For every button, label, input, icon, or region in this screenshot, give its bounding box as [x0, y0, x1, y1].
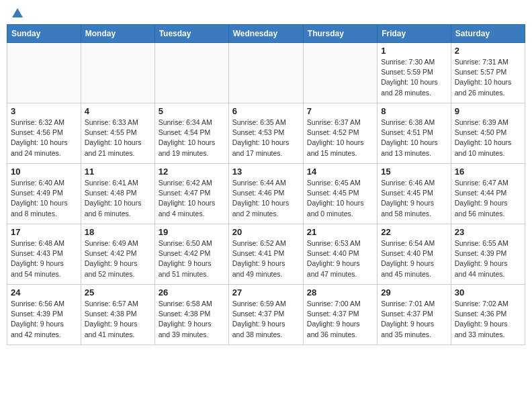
calendar-cell: 17Sunrise: 6:48 AM Sunset: 4:43 PM Dayli… — [7, 224, 81, 285]
day-number: 2 — [455, 46, 521, 56]
calendar-week-1: 1Sunrise: 7:30 AM Sunset: 5:59 PM Daylig… — [7, 43, 525, 103]
calendar-cell: 29Sunrise: 7:01 AM Sunset: 4:37 PM Dayli… — [378, 285, 451, 345]
calendar-cell: 5Sunrise: 6:34 AM Sunset: 4:54 PM Daylig… — [154, 103, 228, 164]
day-number: 23 — [455, 227, 521, 237]
calendar-cell: 13Sunrise: 6:44 AM Sunset: 4:46 PM Dayli… — [228, 164, 303, 224]
calendar-header-tuesday: Tuesday — [154, 25, 228, 43]
calendar-cell: 4Sunrise: 6:33 AM Sunset: 4:55 PM Daylig… — [81, 103, 154, 164]
day-number: 28 — [307, 287, 373, 298]
calendar-cell: 8Sunrise: 6:38 AM Sunset: 4:51 PM Daylig… — [378, 103, 451, 164]
day-number: 10 — [11, 167, 77, 177]
day-info: Sunrise: 6:45 AM Sunset: 4:45 PM Dayligh… — [307, 178, 373, 219]
day-number: 11 — [85, 167, 151, 177]
day-info: Sunrise: 7:00 AM Sunset: 4:37 PM Dayligh… — [307, 299, 373, 340]
calendar-header-sunday: Sunday — [7, 25, 81, 43]
calendar-header-thursday: Thursday — [303, 25, 377, 43]
day-number: 18 — [85, 227, 151, 237]
day-number: 25 — [85, 287, 151, 298]
calendar-cell: 14Sunrise: 6:45 AM Sunset: 4:45 PM Dayli… — [303, 164, 377, 224]
day-number: 5 — [159, 106, 225, 116]
day-info: Sunrise: 6:55 AM Sunset: 4:39 PM Dayligh… — [455, 238, 521, 279]
calendar-table: SundayMondayTuesdayWednesdayThursdayFrid… — [7, 24, 525, 345]
calendar-cell: 10Sunrise: 6:40 AM Sunset: 4:49 PM Dayli… — [7, 164, 81, 224]
day-number: 16 — [455, 167, 521, 177]
logo — [9, 7, 24, 19]
day-info: Sunrise: 6:39 AM Sunset: 4:50 PM Dayligh… — [455, 118, 521, 158]
calendar-cell: 2Sunrise: 7:31 AM Sunset: 5:57 PM Daylig… — [451, 43, 525, 103]
calendar-body: 1Sunrise: 7:30 AM Sunset: 5:59 PM Daylig… — [7, 43, 525, 345]
day-number: 24 — [11, 287, 77, 298]
calendar-cell: 21Sunrise: 6:53 AM Sunset: 4:40 PM Dayli… — [303, 224, 377, 285]
calendar-cell — [7, 43, 81, 103]
calendar-cell: 3Sunrise: 6:32 AM Sunset: 4:56 PM Daylig… — [7, 103, 81, 164]
day-number: 17 — [11, 227, 77, 237]
day-info: Sunrise: 6:34 AM Sunset: 4:54 PM Dayligh… — [159, 118, 225, 158]
calendar-cell: 18Sunrise: 6:49 AM Sunset: 4:42 PM Dayli… — [81, 224, 154, 285]
day-number: 7 — [307, 106, 373, 116]
day-info: Sunrise: 6:53 AM Sunset: 4:40 PM Dayligh… — [307, 238, 373, 279]
calendar-cell — [228, 43, 303, 103]
day-info: Sunrise: 6:49 AM Sunset: 4:42 PM Dayligh… — [85, 238, 151, 279]
calendar-cell: 19Sunrise: 6:50 AM Sunset: 4:42 PM Dayli… — [154, 224, 228, 285]
calendar-cell: 11Sunrise: 6:41 AM Sunset: 4:48 PM Dayli… — [81, 164, 154, 224]
day-info: Sunrise: 6:38 AM Sunset: 4:51 PM Dayligh… — [381, 118, 447, 158]
calendar-cell: 25Sunrise: 6:57 AM Sunset: 4:38 PM Dayli… — [81, 285, 154, 345]
day-number: 13 — [232, 167, 300, 177]
day-number: 30 — [455, 287, 521, 298]
calendar-week-4: 17Sunrise: 6:48 AM Sunset: 4:43 PM Dayli… — [7, 224, 525, 285]
day-number: 6 — [232, 106, 300, 116]
day-info: Sunrise: 7:01 AM Sunset: 4:37 PM Dayligh… — [381, 299, 447, 340]
calendar-cell: 12Sunrise: 6:42 AM Sunset: 4:47 PM Dayli… — [154, 164, 228, 224]
day-info: Sunrise: 6:35 AM Sunset: 4:53 PM Dayligh… — [232, 118, 300, 158]
day-info: Sunrise: 6:54 AM Sunset: 4:40 PM Dayligh… — [381, 238, 447, 279]
day-info: Sunrise: 6:32 AM Sunset: 4:56 PM Dayligh… — [11, 118, 77, 158]
calendar-cell: 28Sunrise: 7:00 AM Sunset: 4:37 PM Dayli… — [303, 285, 377, 345]
day-info: Sunrise: 6:41 AM Sunset: 4:48 PM Dayligh… — [85, 178, 151, 219]
calendar-cell: 7Sunrise: 6:37 AM Sunset: 4:52 PM Daylig… — [303, 103, 377, 164]
calendar-cell: 16Sunrise: 6:47 AM Sunset: 4:44 PM Dayli… — [451, 164, 525, 224]
day-number: 20 — [232, 227, 300, 237]
day-info: Sunrise: 6:48 AM Sunset: 4:43 PM Dayligh… — [11, 238, 77, 279]
day-number: 22 — [381, 227, 447, 237]
day-info: Sunrise: 7:02 AM Sunset: 4:36 PM Dayligh… — [455, 299, 521, 340]
svg-marker-0 — [12, 8, 23, 17]
day-info: Sunrise: 6:52 AM Sunset: 4:41 PM Dayligh… — [232, 238, 300, 279]
day-info: Sunrise: 6:59 AM Sunset: 4:37 PM Dayligh… — [232, 299, 300, 340]
calendar-cell: 9Sunrise: 6:39 AM Sunset: 4:50 PM Daylig… — [451, 103, 525, 164]
calendar-week-2: 3Sunrise: 6:32 AM Sunset: 4:56 PM Daylig… — [7, 103, 525, 164]
day-info: Sunrise: 6:33 AM Sunset: 4:55 PM Dayligh… — [85, 118, 151, 158]
day-number: 14 — [307, 167, 373, 177]
calendar-cell: 20Sunrise: 6:52 AM Sunset: 4:41 PM Dayli… — [228, 224, 303, 285]
calendar-week-3: 10Sunrise: 6:40 AM Sunset: 4:49 PM Dayli… — [7, 164, 525, 224]
calendar-cell — [154, 43, 228, 103]
day-info: Sunrise: 6:42 AM Sunset: 4:47 PM Dayligh… — [159, 178, 225, 219]
day-number: 8 — [381, 106, 447, 116]
calendar-cell: 6Sunrise: 6:35 AM Sunset: 4:53 PM Daylig… — [228, 103, 303, 164]
day-info: Sunrise: 6:40 AM Sunset: 4:49 PM Dayligh… — [11, 178, 77, 219]
calendar-cell: 15Sunrise: 6:46 AM Sunset: 4:45 PM Dayli… — [378, 164, 451, 224]
calendar-cell — [303, 43, 377, 103]
day-number: 12 — [159, 167, 225, 177]
calendar-cell: 30Sunrise: 7:02 AM Sunset: 4:36 PM Dayli… — [451, 285, 525, 345]
calendar-header-monday: Monday — [81, 25, 154, 43]
day-info: Sunrise: 6:50 AM Sunset: 4:42 PM Dayligh… — [159, 238, 225, 279]
day-info: Sunrise: 6:57 AM Sunset: 4:38 PM Dayligh… — [85, 299, 151, 340]
day-number: 29 — [381, 287, 447, 298]
day-number: 26 — [159, 287, 225, 298]
day-number: 4 — [85, 106, 151, 116]
calendar-header-row: SundayMondayTuesdayWednesdayThursdayFrid… — [7, 25, 525, 43]
day-info: Sunrise: 7:31 AM Sunset: 5:57 PM Dayligh… — [455, 57, 521, 98]
calendar-cell: 26Sunrise: 6:58 AM Sunset: 4:38 PM Dayli… — [154, 285, 228, 345]
calendar-cell: 1Sunrise: 7:30 AM Sunset: 5:59 PM Daylig… — [378, 43, 451, 103]
day-info: Sunrise: 6:46 AM Sunset: 4:45 PM Dayligh… — [381, 178, 447, 219]
page-header — [7, 7, 525, 19]
day-info: Sunrise: 6:37 AM Sunset: 4:52 PM Dayligh… — [307, 118, 373, 158]
calendar-header-saturday: Saturday — [451, 25, 525, 43]
day-info: Sunrise: 6:47 AM Sunset: 4:44 PM Dayligh… — [455, 178, 521, 219]
day-info: Sunrise: 6:58 AM Sunset: 4:38 PM Dayligh… — [159, 299, 225, 340]
day-info: Sunrise: 7:30 AM Sunset: 5:59 PM Dayligh… — [381, 57, 447, 98]
calendar-cell: 23Sunrise: 6:55 AM Sunset: 4:39 PM Dayli… — [451, 224, 525, 285]
calendar-week-5: 24Sunrise: 6:56 AM Sunset: 4:39 PM Dayli… — [7, 285, 525, 345]
day-number: 3 — [11, 106, 77, 116]
day-number: 1 — [381, 46, 447, 56]
